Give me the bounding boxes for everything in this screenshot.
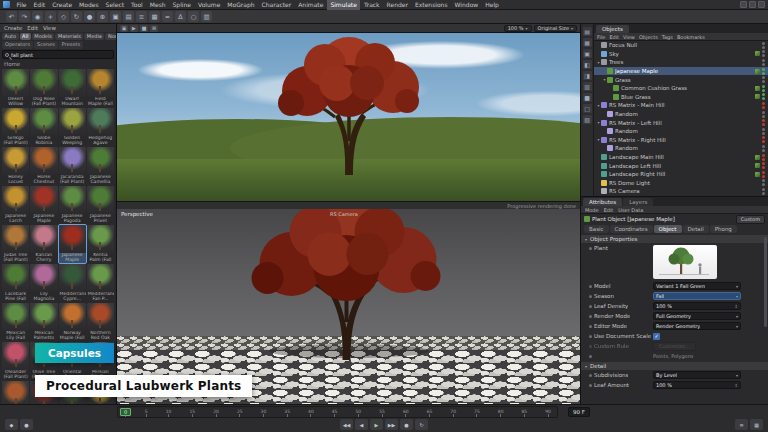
menu-volume[interactable]: Volume bbox=[195, 0, 224, 10]
object-row[interactable]: Random bbox=[594, 127, 768, 136]
snap-icon[interactable]: ◨ bbox=[583, 71, 592, 80]
layout-icon[interactable]: ▤ bbox=[583, 27, 592, 36]
asset-tile[interactable]: Mediterranean Cypre... bbox=[59, 264, 86, 302]
move-icon[interactable]: + bbox=[45, 11, 56, 22]
goto-start-button[interactable]: ◀◀ bbox=[340, 419, 353, 430]
visibility-dot[interactable] bbox=[762, 154, 765, 157]
objects-menu-bookmarks[interactable]: Bookmarks bbox=[677, 34, 705, 40]
timeline-tick[interactable]: 75 bbox=[474, 409, 480, 417]
menu-create[interactable]: Create bbox=[49, 0, 76, 10]
object-row[interactable]: ▾RS Matrix - Main Hill bbox=[594, 101, 768, 110]
object-tab-phong[interactable]: Phong bbox=[710, 225, 737, 233]
play-button[interactable]: ▶ bbox=[370, 419, 383, 430]
timeline-tick[interactable]: 90 bbox=[545, 409, 551, 417]
asset-tile[interactable]: Japanese Camellia (F... bbox=[87, 147, 114, 185]
modeling-icon[interactable]: ▦ bbox=[149, 11, 160, 22]
workplane-icon[interactable]: ◧ bbox=[583, 60, 592, 69]
objects-menu-objects[interactable]: Objects bbox=[639, 34, 658, 40]
asset-tile[interactable]: Mediterranean Fan P... bbox=[87, 264, 114, 302]
timeline-tick[interactable]: 50 bbox=[355, 409, 361, 417]
field-value-number[interactable]: 100 %↕ bbox=[653, 381, 741, 389]
layout-1-icon[interactable] bbox=[740, 1, 747, 8]
snap-icon[interactable]: ○ bbox=[188, 11, 199, 22]
timeline-tick[interactable]: 70 bbox=[450, 409, 456, 417]
start-ipr-icon[interactable]: ▶ bbox=[130, 25, 138, 32]
visibility-dot[interactable] bbox=[762, 93, 765, 96]
visibility-dot[interactable] bbox=[762, 54, 765, 57]
attr-mode-edit[interactable]: Edit bbox=[604, 207, 614, 213]
object-row[interactable]: Sky bbox=[594, 50, 768, 59]
attr-mode-user-data[interactable]: User Data bbox=[618, 207, 643, 213]
step-forward-button[interactable]: ▶▶ bbox=[385, 419, 398, 430]
asset-menu-create[interactable]: Create bbox=[4, 25, 22, 31]
menu-select[interactable]: Select bbox=[102, 0, 128, 10]
rotate-icon[interactable]: ↻ bbox=[71, 11, 82, 22]
object-row[interactable]: Focus Null bbox=[594, 41, 768, 50]
object-row[interactable]: Japanese Maple bbox=[594, 67, 768, 76]
visibility-dot[interactable] bbox=[762, 46, 765, 49]
menu-render[interactable]: Render bbox=[383, 0, 411, 10]
asset-tile[interactable]: Jacaranda (Fall Plant) bbox=[59, 147, 86, 185]
stop-ipr-icon[interactable]: ■ bbox=[140, 25, 148, 32]
attr-tab-layers[interactable]: Layers bbox=[623, 198, 653, 206]
visibility-dot[interactable] bbox=[762, 183, 765, 186]
object-tab-basic[interactable]: Basic bbox=[584, 225, 609, 233]
timeline-tick[interactable]: 5 bbox=[145, 409, 148, 417]
last-tool-icon[interactable]: ● bbox=[84, 11, 95, 22]
visibility-dot[interactable] bbox=[762, 63, 765, 66]
visibility-dot[interactable] bbox=[762, 97, 765, 100]
search-input[interactable] bbox=[11, 52, 111, 58]
object-row[interactable]: Random bbox=[594, 144, 768, 153]
timeline-tick[interactable]: 60 bbox=[403, 409, 409, 417]
region-render-icon[interactable]: ⊞ bbox=[150, 25, 158, 32]
section-detail[interactable]: ▾ Detail bbox=[581, 362, 768, 370]
asset-tile[interactable]: Ginkgo (Fall Plant) bbox=[2, 108, 29, 146]
asset-menu-edit[interactable]: Edit bbox=[27, 25, 38, 31]
object-row[interactable]: ▾Grass bbox=[594, 75, 768, 84]
visibility-dot[interactable] bbox=[762, 89, 765, 92]
subtab-operators[interactable]: Operators bbox=[2, 41, 33, 49]
workplane-icon[interactable]: ▥ bbox=[201, 11, 212, 22]
scale-icon[interactable]: ◇ bbox=[58, 11, 69, 22]
field-value-dropdown[interactable]: Full Geometry▾ bbox=[653, 312, 741, 320]
menu-simulate[interactable]: Simulate bbox=[327, 0, 361, 10]
size-mode-select[interactable]: Original Size ▾ bbox=[534, 25, 577, 32]
visibility-dot[interactable] bbox=[762, 123, 765, 126]
field-value-number[interactable]: 100 %↕ bbox=[653, 302, 741, 310]
visibility-dot[interactable] bbox=[762, 145, 765, 148]
snapshot-icon[interactable]: ▣ bbox=[120, 25, 128, 32]
asset-tile[interactable]: Japanese Larch (Fall... bbox=[2, 186, 29, 224]
texture-mode-icon[interactable]: ▣ bbox=[583, 49, 592, 58]
timeline-options-icon[interactable]: ≡ bbox=[735, 419, 748, 430]
visibility-dot[interactable] bbox=[762, 111, 765, 114]
coord-system-icon[interactable]: ⊕ bbox=[97, 11, 108, 22]
timeline-tick[interactable]: 40 bbox=[308, 409, 314, 417]
display-filter-icon[interactable]: ▧ bbox=[583, 115, 592, 124]
attr-mode-mode[interactable]: Mode bbox=[585, 207, 599, 213]
subtab-presets[interactable]: Presets bbox=[59, 41, 83, 49]
section-object-properties[interactable]: ▾ Object Properties bbox=[581, 235, 768, 243]
custom-button[interactable]: Custom bbox=[736, 215, 765, 224]
asset-menu-view[interactable]: View bbox=[43, 25, 56, 31]
visibility-dot[interactable] bbox=[762, 106, 765, 109]
objects-menu-file[interactable]: File bbox=[597, 34, 605, 40]
timeline-tick[interactable]: 15 bbox=[189, 409, 195, 417]
asset-tile[interactable]: Field Maple (Fall Plant) bbox=[87, 69, 114, 107]
asset-tile[interactable]: Oleander (Fall Plant) bbox=[2, 342, 29, 380]
tab-objects[interactable]: Objects bbox=[596, 25, 629, 33]
asset-tile[interactable]: Norway Maple (Fall P... bbox=[59, 303, 86, 341]
visibility-dot[interactable] bbox=[762, 162, 765, 165]
visibility-dot[interactable] bbox=[762, 72, 765, 75]
timeline-tick[interactable]: 45 bbox=[332, 409, 338, 417]
visibility-dot[interactable] bbox=[762, 140, 765, 143]
menu-extensions[interactable]: Extensions bbox=[411, 0, 451, 10]
objects-menu-edit[interactable]: Edit bbox=[609, 34, 619, 40]
asset-tile[interactable]: Horse Chestnut (Fall... bbox=[30, 147, 57, 185]
timeline-playhead[interactable]: 0 bbox=[120, 408, 131, 416]
visibility-dot[interactable] bbox=[762, 192, 765, 195]
menu-track[interactable]: Track bbox=[360, 0, 383, 10]
visibility-dot[interactable] bbox=[762, 68, 765, 71]
menu-spline[interactable]: Spline bbox=[169, 0, 194, 10]
filter-all[interactable]: All bbox=[20, 33, 31, 40]
object-row[interactable]: Blue Grass bbox=[594, 93, 768, 102]
